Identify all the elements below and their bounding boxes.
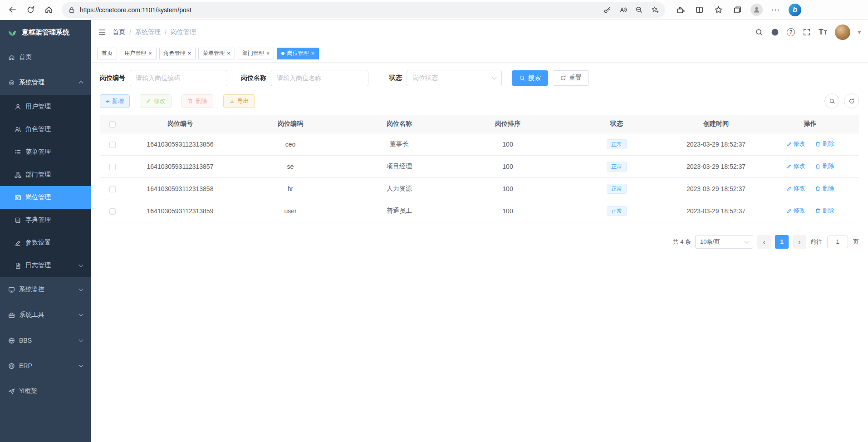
header-search-icon[interactable] [755, 28, 763, 36]
cell-post-code: se [235, 155, 346, 177]
status-select[interactable]: 岗位状态 [407, 70, 502, 86]
sidebar-item-post-mgmt[interactable]: 岗位管理 [0, 186, 91, 209]
row-edit-button[interactable]: 修改 [786, 184, 805, 192]
help-icon[interactable]: ? [787, 28, 795, 36]
browser-menu-icon[interactable]: ⋯ [767, 1, 784, 19]
row-edit-button[interactable]: 修改 [786, 162, 805, 170]
browser-home-button[interactable] [40, 1, 57, 19]
refresh-button[interactable] [22, 1, 39, 19]
row-delete-button[interactable]: 删除 [815, 140, 834, 148]
close-icon[interactable]: × [266, 50, 270, 56]
goto-page-input[interactable] [827, 236, 848, 248]
row-edit-button[interactable]: 修改 [786, 140, 805, 148]
sidebar-item-menu-mgmt[interactable]: 菜单管理 [0, 141, 91, 163]
row-checkbox[interactable] [109, 208, 116, 215]
sidebar-item-system-tools[interactable]: 系统工具 [0, 302, 91, 328]
table-row: 1641030593112313856 ceo 董事长 100 正常 2023-… [100, 133, 859, 155]
sidebar-item-erp[interactable]: ERP [0, 353, 91, 378]
prev-page-button[interactable]: ‹ [757, 235, 771, 249]
select-all-checkbox[interactable] [109, 121, 116, 128]
tab-dept-mgmt[interactable]: 部门管理 × [238, 48, 275, 59]
sidebar-toggle-icon[interactable] [98, 28, 106, 36]
row-delete-button[interactable]: 删除 [815, 184, 834, 192]
user-menu-caret-icon[interactable]: ▾ [858, 29, 861, 35]
tab-user-mgmt[interactable]: 用户管理 × [120, 48, 157, 59]
pagination: 共 4 条 10条/页 ‹ 1 › 前往 页 [100, 235, 859, 258]
next-page-button[interactable]: › [793, 235, 806, 249]
sidebar-item-role-mgmt[interactable]: 角色管理 [0, 118, 91, 141]
sidebar-item-param-settings[interactable]: 参数设置 [0, 231, 91, 254]
users-icon [15, 126, 21, 133]
address-bar[interactable]: https://ccnetcore.com:1101/system/post [62, 2, 665, 18]
browser-profile-button[interactable] [748, 1, 765, 19]
extensions-icon[interactable] [672, 1, 689, 19]
post-name-input[interactable] [271, 70, 368, 86]
page-unit-label: 页 [853, 238, 859, 246]
toggle-search-button[interactable] [824, 93, 839, 108]
sidebar-item-dict-mgmt[interactable]: 字典管理 [0, 209, 91, 231]
cell-post-name: 董事长 [346, 133, 453, 155]
reset-button[interactable]: 重置 [553, 70, 589, 86]
browser-chrome: https://ccnetcore.com:1101/system/post [0, 0, 868, 20]
sidebar-item-yi-framework[interactable]: Yi框架 [0, 378, 91, 404]
password-key-icon[interactable] [603, 6, 611, 14]
tab-post-mgmt[interactable]: 岗位管理 × [277, 48, 319, 59]
back-button[interactable] [4, 1, 21, 19]
tab-role-mgmt[interactable]: 角色管理 × [159, 48, 196, 59]
close-icon[interactable]: × [227, 50, 230, 56]
export-button[interactable]: 导出 [223, 94, 255, 108]
row-checkbox[interactable] [109, 186, 116, 192]
refresh-table-button[interactable] [844, 93, 859, 108]
github-icon[interactable] [771, 28, 779, 36]
row-edit-button[interactable]: 修改 [786, 206, 805, 215]
fullscreen-icon[interactable] [803, 28, 811, 36]
tab-menu-mgmt[interactable]: 菜单管理 × [198, 48, 235, 59]
row-delete-button[interactable]: 删除 [815, 206, 834, 215]
sidebar-item-system-mgmt[interactable]: 系统管理 [0, 70, 91, 95]
toolbox-icon [8, 312, 15, 319]
download-icon [229, 98, 235, 104]
user-avatar[interactable] [835, 25, 850, 40]
delete-button[interactable]: 删除 [181, 94, 213, 108]
tab-home[interactable]: 首页 [97, 48, 117, 59]
add-favorite-icon[interactable] [651, 6, 659, 14]
sidebar-item-system-monitor[interactable]: 系统监控 [0, 277, 91, 302]
sidebar-item-bbs[interactable]: BBS [0, 328, 91, 353]
add-button[interactable]: + 新增 [100, 94, 130, 108]
zoom-icon[interactable] [635, 6, 643, 14]
font-size-icon[interactable]: TT [819, 28, 827, 37]
site-lock-icon[interactable] [68, 6, 75, 14]
breadcrumb-system-mgmt[interactable]: 系统管理 [135, 28, 161, 36]
cell-post-sort: 100 [453, 133, 563, 155]
close-icon[interactable]: × [188, 50, 191, 56]
bing-icon[interactable]: b [789, 4, 801, 16]
app-logo[interactable]: 意框架管理系统 [0, 20, 91, 44]
collections-icon[interactable] [729, 1, 746, 19]
cell-post-sort: 100 [453, 155, 563, 177]
split-screen-icon[interactable] [691, 1, 708, 19]
close-icon[interactable]: × [311, 50, 314, 56]
page-number-button[interactable]: 1 [775, 235, 789, 249]
page-size-select[interactable]: 10条/页 [695, 235, 753, 249]
col-status: 状态 [563, 115, 671, 133]
favorites-icon[interactable] [710, 1, 727, 19]
col-actions: 操作 [761, 115, 859, 133]
row-checkbox[interactable] [109, 142, 116, 148]
sidebar-item-user-mgmt[interactable]: 用户管理 [0, 95, 91, 118]
edit-button[interactable]: 修改 [140, 94, 172, 108]
sidebar-item-home[interactable]: 首页 [0, 44, 91, 70]
cell-post-code: ceo [235, 133, 346, 155]
read-aloud-icon[interactable] [619, 6, 627, 14]
row-delete-button[interactable]: 删除 [815, 162, 834, 170]
close-icon[interactable]: × [148, 50, 152, 56]
row-checkbox[interactable] [109, 164, 116, 170]
search-button[interactable]: 搜索 [512, 70, 548, 86]
list-icon [15, 149, 21, 156]
breadcrumb-home[interactable]: 首页 [113, 28, 125, 36]
id-badge-icon [15, 194, 21, 201]
post-code-input[interactable] [130, 70, 227, 86]
browser-toolbar-right: ⋯ b [672, 1, 801, 19]
sidebar-item-dept-mgmt[interactable]: 部门管理 [0, 163, 91, 186]
url-text[interactable]: https://ccnetcore.com:1101/system/post [80, 6, 599, 14]
sidebar-item-log-mgmt[interactable]: 日志管理 [0, 254, 91, 277]
